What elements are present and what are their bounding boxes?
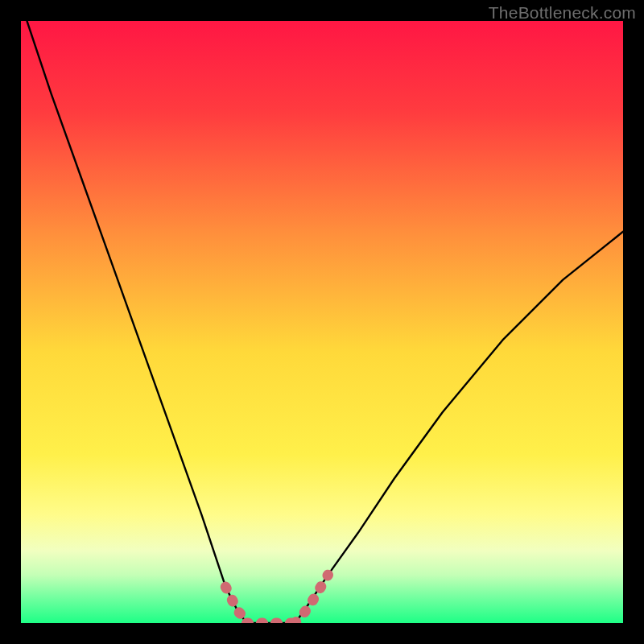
chart-svg <box>21 21 623 623</box>
watermark-text: TheBottleneck.com <box>489 3 636 23</box>
gradient-bg <box>21 21 623 623</box>
plot-area <box>21 21 623 623</box>
chart-frame: TheBottleneck.com <box>0 0 644 644</box>
